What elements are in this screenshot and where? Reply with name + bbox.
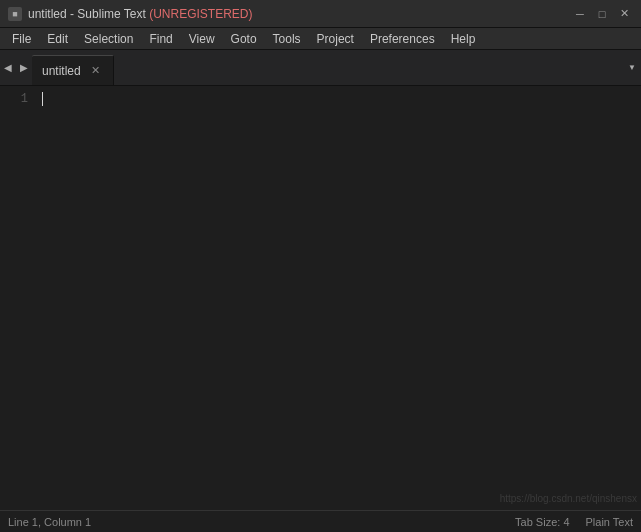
tab-size-label: Tab Size: 4 — [515, 516, 569, 528]
tab-nav-right[interactable]: ▶ — [16, 49, 32, 85]
editor-content[interactable] — [38, 86, 641, 510]
window-title: untitled - Sublime Text (UNREGISTERED) — [28, 7, 253, 21]
status-bar: Line 1, Column 1 Tab Size: 4 Plain Text — [0, 510, 641, 532]
title-bar: ■ untitled - Sublime Text (UNREGISTERED)… — [0, 0, 641, 28]
tab-close-untitled[interactable]: ✕ — [89, 64, 103, 78]
window-controls: ─ □ ✕ — [571, 5, 633, 23]
tab-label-untitled: untitled — [42, 64, 81, 78]
menu-item-project[interactable]: Project — [309, 28, 362, 49]
tabs-container: untitled✕ — [32, 55, 623, 85]
cursor-position-label: Line 1, Column 1 — [8, 516, 91, 528]
close-button[interactable]: ✕ — [615, 5, 633, 23]
menu-item-preferences[interactable]: Preferences — [362, 28, 443, 49]
tab-bar: ◀ ▶ untitled✕ ▼ — [0, 50, 641, 86]
menu-item-edit[interactable]: Edit — [39, 28, 76, 49]
menu-item-selection[interactable]: Selection — [76, 28, 141, 49]
text-cursor — [42, 92, 43, 106]
menu-item-goto[interactable]: Goto — [223, 28, 265, 49]
tab-dropdown-button[interactable]: ▼ — [623, 49, 641, 85]
syntax-label: Plain Text — [586, 516, 634, 528]
menu-item-find[interactable]: Find — [141, 28, 180, 49]
menu-item-file[interactable]: File — [4, 28, 39, 49]
tab-untitled[interactable]: untitled✕ — [32, 55, 114, 85]
line-numbers-gutter: 1 — [0, 86, 38, 510]
title-left: ■ untitled - Sublime Text (UNREGISTERED) — [8, 7, 253, 21]
status-right: Tab Size: 4 Plain Text — [515, 516, 633, 528]
watermark: https://blog.csdn.net/qinshensx — [496, 491, 641, 506]
menu-item-view[interactable]: View — [181, 28, 223, 49]
cursor-line — [42, 90, 637, 108]
maximize-button[interactable]: □ — [593, 5, 611, 23]
menu-item-tools[interactable]: Tools — [265, 28, 309, 49]
status-left: Line 1, Column 1 — [8, 516, 91, 528]
unregistered-label: (UNREGISTERED) — [149, 7, 252, 21]
menu-bar: FileEditSelectionFindViewGotoToolsProjec… — [0, 28, 641, 50]
line-number: 1 — [4, 90, 28, 108]
app-icon: ■ — [8, 7, 22, 21]
editor-area[interactable]: 1 — [0, 86, 641, 510]
tab-nav-left[interactable]: ◀ — [0, 49, 16, 85]
minimize-button[interactable]: ─ — [571, 5, 589, 23]
menu-item-help[interactable]: Help — [443, 28, 484, 49]
